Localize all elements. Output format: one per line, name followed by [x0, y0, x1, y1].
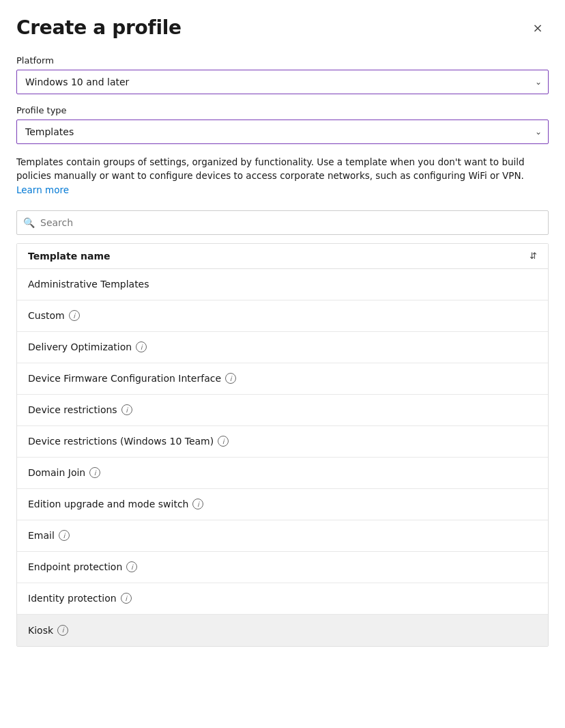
row-name: Device Firmware Configuration Interface [28, 373, 221, 384]
table-row[interactable]: Administrative Templates [17, 269, 548, 300]
table-row[interactable]: Device restrictions (Windows 10 Team)i [17, 426, 548, 458]
table-row[interactable]: Edition upgrade and mode switchi [17, 489, 548, 520]
info-icon[interactable]: i [59, 530, 70, 541]
row-content: Kioski [28, 625, 68, 636]
table-header-row: Template name ⇵ [17, 244, 548, 269]
row-name: Endpoint protection [28, 561, 122, 572]
row-content: Device restrictions (Windows 10 Team)i [28, 436, 229, 447]
row-content: Emaili [28, 530, 70, 541]
row-content: Device Firmware Configuration Interfacei [28, 373, 236, 384]
row-content: Delivery Optimizationi [28, 341, 147, 352]
platform-select[interactable]: Windows 10 and later [16, 70, 549, 94]
info-icon[interactable]: i [69, 310, 80, 321]
row-content: Device restrictionsi [28, 404, 132, 415]
row-content: Domain Joini [28, 467, 100, 478]
template-name-column-header: Template name [28, 251, 111, 262]
row-name: Kiosk [28, 625, 53, 636]
platform-label: Platform [16, 55, 549, 66]
description-text: Templates contain groups of settings, or… [16, 155, 549, 197]
info-icon[interactable]: i [126, 561, 137, 572]
table-row[interactable]: Identity protectioni [17, 583, 548, 615]
info-icon[interactable]: i [192, 499, 203, 509]
table-rows-container: Administrative TemplatesCustomiDelivery … [17, 269, 548, 646]
profile-type-select[interactable]: Templates [16, 120, 549, 144]
table-row[interactable]: Delivery Optimizationi [17, 332, 548, 363]
info-icon[interactable]: i [218, 436, 229, 447]
row-content: Identity protectioni [28, 593, 132, 604]
profile-type-select-wrapper: Templates ⌄ [16, 120, 549, 144]
table-row[interactable]: Domain Joini [17, 458, 548, 489]
info-icon[interactable]: i [89, 467, 100, 478]
row-name: Delivery Optimization [28, 341, 132, 352]
row-name: Email [28, 530, 55, 541]
search-input[interactable] [16, 210, 549, 235]
table-row[interactable]: Endpoint protectioni [17, 552, 548, 583]
search-wrapper: 🔍 [16, 210, 549, 235]
description-text-before-link: Templates contain groups of settings, or… [16, 156, 525, 181]
row-name: Administrative Templates [28, 279, 149, 290]
table-row[interactable]: Device Firmware Configuration Interfacei [17, 363, 548, 395]
row-content: Customi [28, 310, 80, 321]
row-name: Device restrictions [28, 404, 117, 415]
table-row[interactable]: Emaili [17, 520, 548, 552]
row-content: Edition upgrade and mode switchi [28, 499, 203, 509]
profile-type-label: Profile type [16, 105, 549, 115]
platform-field-group: Platform Windows 10 and later ⌄ [16, 55, 549, 94]
info-icon[interactable]: i [121, 593, 132, 604]
panel-header: Create a profile × [0, 0, 565, 50]
panel-body: Platform Windows 10 and later ⌄ Profile … [0, 50, 565, 663]
row-name: Identity protection [28, 593, 117, 604]
profile-type-field-group: Profile type Templates ⌄ [16, 105, 549, 144]
row-name: Device restrictions (Windows 10 Team) [28, 436, 214, 447]
table-row[interactable]: Device restrictionsi [17, 395, 548, 426]
template-table: Template name ⇵ Administrative Templates… [16, 243, 549, 647]
row-content: Administrative Templates [28, 279, 149, 290]
info-icon[interactable]: i [57, 625, 68, 636]
close-button[interactable]: × [527, 17, 549, 39]
row-name: Custom [28, 310, 65, 321]
row-name: Edition upgrade and mode switch [28, 499, 188, 509]
learn-more-link[interactable]: Learn more [16, 184, 69, 195]
row-content: Endpoint protectioni [28, 561, 137, 572]
table-row[interactable]: Customi [17, 300, 548, 332]
info-icon[interactable]: i [225, 373, 236, 384]
info-icon[interactable]: i [121, 404, 132, 415]
info-icon[interactable]: i [136, 341, 147, 352]
table-row[interactable]: Kioski [17, 615, 548, 646]
platform-select-wrapper: Windows 10 and later ⌄ [16, 70, 549, 94]
sort-icon[interactable]: ⇵ [530, 251, 537, 261]
row-name: Domain Join [28, 467, 85, 478]
panel-title: Create a profile [16, 16, 182, 39]
create-profile-panel: Create a profile × Platform Windows 10 a… [0, 0, 565, 728]
